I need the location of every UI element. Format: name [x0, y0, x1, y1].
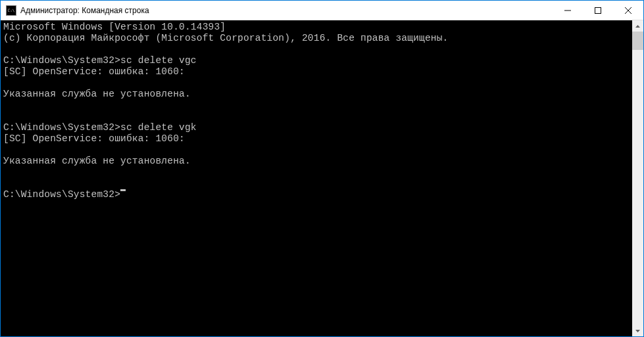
minimize-button[interactable] [553, 1, 583, 20]
close-button[interactable] [613, 1, 643, 20]
terminal-line [3, 78, 632, 89]
terminal-line: C:\Windows\System32>sc delete vgk [3, 122, 632, 133]
minimize-icon [564, 7, 571, 14]
terminal-line [3, 167, 632, 178]
scroll-up-button[interactable] [632, 20, 643, 32]
terminal-line: Указанная служба не установлена. [3, 89, 632, 100]
terminal-prompt[interactable]: C:\Windows\System32> [3, 189, 632, 200]
chevron-down-icon [635, 330, 640, 332]
window-title: Администратор: Командная строка [20, 6, 553, 15]
svg-rect-1 [595, 7, 601, 13]
prompt-text: C:\Windows\System32> [3, 189, 120, 200]
command-prompt-window: Администратор: Командная строка Microsof… [0, 0, 644, 337]
terminal-line: (c) Корпорация Майкрософт (Microsoft Cor… [3, 33, 632, 44]
terminal-line [3, 44, 632, 55]
terminal-line [3, 145, 632, 156]
terminal-line: Microsoft Windows [Version 10.0.14393] [3, 22, 632, 33]
maximize-button[interactable] [583, 1, 613, 20]
window-controls [553, 1, 643, 20]
cmd-icon [6, 5, 16, 16]
content-area: Microsoft Windows [Version 10.0.14393](c… [1, 20, 643, 336]
terminal-line: [SC] OpenService: ошибка: 1060: [3, 133, 632, 145]
svg-marker-4 [635, 25, 640, 28]
cursor [120, 189, 126, 191]
terminal-line [3, 111, 632, 122]
scroll-down-button[interactable] [632, 325, 643, 336]
scroll-thumb[interactable] [632, 32, 643, 50]
svg-marker-5 [635, 330, 640, 332]
terminal-line: [SC] OpenService: ошибка: 1060: [3, 66, 632, 78]
terminal-line: C:\Windows\System32>sc delete vgc [3, 55, 632, 66]
titlebar[interactable]: Администратор: Командная строка [1, 1, 643, 20]
terminal-line: Указанная служба не установлена. [3, 156, 632, 167]
scroll-track[interactable] [632, 32, 643, 325]
terminal-line [3, 100, 632, 111]
terminal-line [3, 178, 632, 189]
chevron-up-icon [635, 25, 640, 28]
vertical-scrollbar[interactable] [632, 20, 643, 336]
terminal-output[interactable]: Microsoft Windows [Version 10.0.14393](c… [1, 20, 632, 336]
close-icon [625, 7, 632, 14]
maximize-icon [595, 7, 601, 14]
